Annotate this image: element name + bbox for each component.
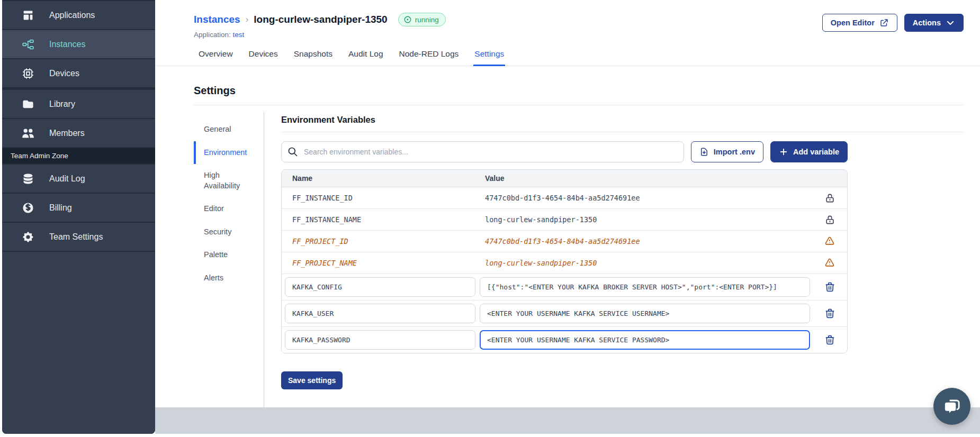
import-env-button[interactable]: Import .env <box>691 141 763 162</box>
tab-snapshots[interactable]: Snapshots <box>293 45 334 66</box>
sidebar-item-team-settings[interactable]: Team Settings <box>2 223 155 251</box>
settings-nav-environment[interactable]: Environment <box>194 141 264 165</box>
cog-icon <box>22 231 34 243</box>
settings-nav-security[interactable]: Security <box>194 221 264 244</box>
env-var-name-cell <box>282 304 479 323</box>
settings-title: Settings <box>194 85 964 97</box>
settings-body: GeneralEnvironmentHigh AvailabilityEdito… <box>194 112 964 411</box>
lock-icon <box>825 215 835 225</box>
env-var-row: FF_PROJECT_ID4747c0bd-d1f3-4654-84b4-aa5… <box>282 231 847 252</box>
database-icon <box>22 172 34 185</box>
warning-icon <box>824 258 835 268</box>
tab-settings[interactable]: Settings <box>473 45 505 66</box>
search-field <box>281 141 684 162</box>
sidebar-item-label: Instances <box>49 40 85 49</box>
env-var-name: FF_INSTANCE_NAME <box>282 215 479 224</box>
status-badge: running <box>398 13 446 26</box>
sidebar-item-applications[interactable]: Applications <box>2 1 155 29</box>
tab-devices[interactable]: Devices <box>248 45 279 66</box>
application-line: Application: test <box>194 31 446 39</box>
sidebar-item-members[interactable]: Members <box>2 119 155 147</box>
sidebar-item-instances[interactable]: Instances <box>2 30 155 58</box>
users-icon <box>22 127 34 140</box>
delete-variable-button[interactable] <box>824 334 835 345</box>
env-var-row <box>282 301 847 327</box>
env-name-input[interactable] <box>285 277 475 297</box>
tab-overview[interactable]: Overview <box>197 45 234 66</box>
sidebar-item-label: Members <box>49 129 85 138</box>
plus-icon <box>779 147 788 157</box>
delete-variable-button[interactable] <box>824 281 835 293</box>
settings-nav-editor[interactable]: Editor <box>194 197 264 221</box>
actions-button[interactable]: Actions <box>904 14 964 32</box>
sidebar-item-label: Devices <box>49 69 79 78</box>
env-var-status-cell <box>812 215 847 225</box>
open-editor-button[interactable]: Open Editor <box>822 14 897 32</box>
settings-nav-general[interactable]: General <box>194 118 264 141</box>
sidebar-item-label: Audit Log <box>49 174 85 184</box>
env-var-value: 4747c0bd-d1f3-4654-84b4-aa5d274691ee <box>479 194 812 202</box>
env-var-name-cell <box>282 277 479 297</box>
instances-icon <box>22 38 34 51</box>
env-var-value-cell <box>479 330 812 350</box>
env-var-value: long-curlew-sandpiper-1350 <box>479 215 812 224</box>
env-value-input[interactable] <box>480 277 810 297</box>
settings-nav-alerts[interactable]: Alerts <box>194 267 264 290</box>
add-variable-label: Add variable <box>793 148 839 156</box>
env-var-row <box>282 327 847 353</box>
template-icon <box>22 9 34 22</box>
header-actions: Open Editor Actions <box>822 14 964 32</box>
sidebar-item-label: Team Settings <box>49 232 103 242</box>
sidebar-section-team-admin-zone: Team Admin Zone <box>2 148 155 163</box>
open-editor-label: Open Editor <box>831 19 875 27</box>
sidebar-item-audit-log[interactable]: Audit Log <box>2 165 155 193</box>
warning-icon <box>824 236 835 247</box>
env-value-input[interactable] <box>480 304 810 323</box>
actions-label: Actions <box>913 19 941 27</box>
delete-variable-button[interactable] <box>824 308 835 319</box>
breadcrumb-instances-link[interactable]: Instances <box>194 14 240 25</box>
sidebar-item-label: Applications <box>49 11 95 20</box>
env-var-status-cell <box>812 236 847 247</box>
env-variables-table: Name Value FF_INSTANCE_ID4747c0bd-d1f3-4… <box>281 169 848 353</box>
env-name-input[interactable] <box>285 304 475 323</box>
document-download-icon <box>699 147 709 157</box>
chevron-down-icon <box>946 18 955 28</box>
table-body: FF_INSTANCE_ID4747c0bd-d1f3-4654-84b4-aa… <box>282 187 847 353</box>
page-bottom-strip <box>155 407 980 434</box>
status-badge-label: running <box>415 16 439 24</box>
env-value-input[interactable] <box>480 330 810 350</box>
trash-icon <box>824 334 835 345</box>
breadcrumb-separator: › <box>246 14 249 25</box>
search-input[interactable] <box>281 141 684 162</box>
sidebar-item-billing[interactable]: Billing <box>2 194 155 222</box>
trash-icon <box>824 281 835 293</box>
main-content: Instances › long-curlew-sandpiper-1350 r… <box>155 0 980 434</box>
save-settings-button[interactable]: Save settings <box>281 371 343 389</box>
env-var-row <box>282 274 847 301</box>
tab-node-red-logs[interactable]: Node-RED Logs <box>398 45 460 66</box>
add-variable-button[interactable]: Add variable <box>770 141 848 162</box>
sidebar-item-library[interactable]: Library <box>2 90 155 118</box>
tab-audit-log[interactable]: Audit Log <box>347 45 384 66</box>
settings-nav: GeneralEnvironmentHigh AvailabilityEdito… <box>194 112 264 411</box>
external-link-icon <box>879 18 889 28</box>
env-name-input[interactable] <box>285 330 475 350</box>
column-header-actions <box>812 170 847 187</box>
sidebar-item-label: Billing <box>49 203 72 213</box>
settings-nav-palette[interactable]: Palette <box>194 243 264 267</box>
chat-widget-button[interactable] <box>933 388 970 425</box>
trash-icon <box>824 308 835 319</box>
divider <box>281 132 964 132</box>
sidebar-group: LibraryMembers <box>2 90 155 148</box>
env-var-action-cell <box>812 334 847 345</box>
sidebar: ApplicationsInstancesDevicesLibraryMembe… <box>2 0 155 434</box>
folder-icon <box>22 98 34 111</box>
settings-nav-high-availability[interactable]: High Availability <box>194 164 264 197</box>
application-link[interactable]: test <box>233 31 245 39</box>
breadcrumb: Instances › long-curlew-sandpiper-1350 r… <box>194 13 446 26</box>
sidebar-nav: ApplicationsInstancesDevicesLibraryMembe… <box>2 1 155 148</box>
import-env-label: Import .env <box>714 148 755 156</box>
play-circle-icon <box>403 15 412 24</box>
sidebar-item-devices[interactable]: Devices <box>2 59 155 87</box>
